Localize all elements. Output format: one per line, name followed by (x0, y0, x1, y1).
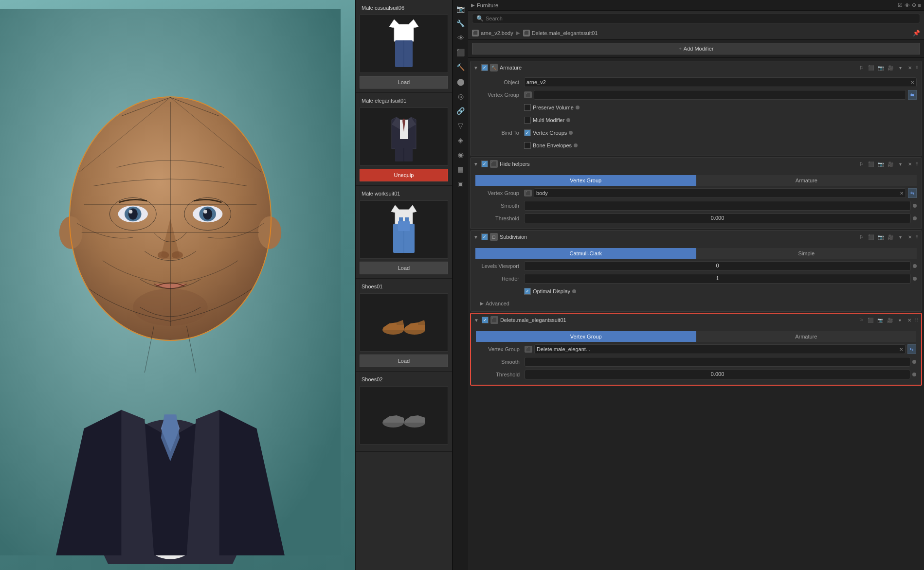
subdivision-realtime-btn[interactable]: ⬛ (867, 232, 875, 241)
hide-helpers-camera-btn[interactable]: 🎥 (886, 160, 895, 168)
armature-vgroup-row: Vertex Group ⬛ ⇆ (475, 89, 917, 100)
tool-icon[interactable]: 🔧 (454, 17, 468, 30)
scene-icon[interactable]: 📷 (454, 2, 468, 16)
armature-filter-btn[interactable]: ⚐ (857, 63, 866, 72)
pin-icon[interactable]: 📌 (913, 30, 920, 36)
armature-drag-handle[interactable]: ⠿ (915, 65, 919, 71)
subdivision-filter-btn[interactable]: ⚐ (857, 232, 866, 241)
armature-bone-env-checkbox[interactable] (524, 142, 531, 149)
delete-elegantsuit-dropdown-btn[interactable]: ▾ (895, 316, 904, 324)
breadcrumb-area: ▶ Furniture ☑ 👁 ⊕ ≡ (468, 0, 924, 11)
material-icon[interactable]: ◈ (454, 133, 468, 147)
hide-helpers-vgroup-input-wrap[interactable]: ✕ (534, 188, 906, 198)
hide-helpers-checkbox[interactable] (481, 160, 488, 167)
object-icon[interactable]: ⬛ (454, 46, 468, 59)
delete-elegantsuit-checkbox[interactable] (482, 317, 489, 323)
delete-elegantsuit-filter-btn[interactable]: ⚐ (856, 316, 865, 324)
clothing-item-shoes02: Shoes02 (356, 372, 452, 452)
hide-helpers-render-btn[interactable]: 📷 (876, 160, 885, 168)
hide-helpers-check[interactable] (481, 160, 488, 167)
subdivision-check[interactable] (481, 233, 488, 240)
armature-bindto-vgroups-checkbox[interactable] (524, 129, 531, 136)
subdivision-camera-btn[interactable]: 🎥 (886, 232, 895, 241)
delete-elegantsuit-threshold-input[interactable]: 0.000 (525, 370, 910, 379)
armature-chevron[interactable]: ▼ (473, 65, 478, 71)
armature-object-clear-btn[interactable]: ✕ (908, 80, 916, 85)
armature-check[interactable] (481, 64, 488, 71)
particles-icon[interactable]: ⬤ (454, 75, 468, 89)
hide-helpers-tab-armature[interactable]: Armature (696, 175, 917, 186)
armature-close-btn[interactable]: ✕ (906, 63, 914, 72)
delete-elegantsuit-vgroup-clear-btn[interactable]: ✕ (897, 347, 905, 352)
render-icon[interactable]: ▣ (454, 177, 468, 191)
bc-render-icon[interactable]: ⊕ (912, 2, 916, 8)
hide-helpers-chevron[interactable]: ▼ (473, 161, 478, 167)
armature-camera-btn[interactable]: 🎥 (886, 63, 895, 72)
shader-icon[interactable]: ◉ (454, 148, 468, 161)
view-icon[interactable]: 👁 (454, 31, 468, 45)
armature-realtime-btn[interactable]: ⬛ (867, 63, 875, 72)
add-modifier-button[interactable]: + Add Modifier (472, 43, 920, 54)
search-input-wrap[interactable]: 🔍 (472, 14, 920, 23)
armature-checkbox[interactable] (481, 64, 488, 71)
hide-helpers-dropdown-btn[interactable]: ▾ (896, 160, 905, 168)
hide-helpers-vgroup-arrow[interactable]: ⇆ (908, 188, 917, 198)
bc-eye-icon[interactable]: 👁 (905, 2, 910, 8)
delete-elegantsuit-vgroup-arrow[interactable]: ⇆ (907, 344, 916, 354)
delete-elegantsuit-vgroup-input[interactable] (535, 346, 897, 352)
world-icon[interactable]: ▦ (454, 162, 468, 176)
subdivision-optimal-checkbox[interactable] (524, 288, 531, 295)
hide-helpers-threshold-input[interactable]: 0.000 (524, 214, 911, 223)
subdivision-tab-simple[interactable]: Simple (696, 248, 917, 259)
armature-dropdown-btn[interactable]: ▾ (896, 63, 905, 72)
delete-elegantsuit-tab-armature[interactable]: Armature (696, 331, 917, 342)
armature-multi-mod-checkbox[interactable] (524, 117, 531, 124)
btn-load-worksuit01[interactable]: Load (360, 262, 448, 274)
hide-helpers-realtime-btn[interactable]: ⬛ (867, 160, 875, 168)
btn-load-casualsuit06[interactable]: Load (360, 76, 448, 89)
delete-elegantsuit-render-btn[interactable]: 📷 (876, 316, 885, 324)
hide-helpers-filter-btn[interactable]: ⚐ (857, 160, 866, 168)
subdivision-tab-catmull[interactable]: Catmull-Clark (475, 248, 696, 259)
delete-elegantsuit-camera-btn[interactable]: 🎥 (886, 316, 894, 324)
delete-elegantsuit-tab-vertex[interactable]: Vertex Group (476, 331, 696, 342)
constraints-icon[interactable]: 🔗 (454, 104, 468, 118)
hide-helpers-smooth-input[interactable] (524, 201, 911, 211)
subdivision-close-btn[interactable]: ✕ (906, 232, 914, 241)
armature-preserve-vol-checkbox[interactable] (524, 104, 531, 111)
subdivision-render-btn[interactable]: 📷 (876, 232, 885, 241)
subdivision-chevron[interactable]: ▼ (473, 234, 478, 240)
delete-elegantsuit-vgroup-input-wrap[interactable]: ✕ (534, 344, 906, 354)
btn-unequip-elegantsuit01[interactable]: Unequip (360, 169, 448, 181)
armature-object-input-wrap[interactable]: ✕ (524, 77, 917, 87)
hide-helpers-vgroup-input[interactable] (534, 190, 898, 196)
subdivision-dropdown-btn[interactable]: ▾ (896, 232, 905, 241)
armature-object-input[interactable] (525, 79, 908, 85)
data-icon[interactable]: ▽ (454, 119, 468, 132)
armature-vgroup-arrow[interactable]: ⇆ (908, 90, 917, 100)
delete-elegantsuit-realtime-btn[interactable]: ⬛ (866, 316, 875, 324)
bc-menu-icon[interactable]: ≡ (918, 2, 921, 8)
delete-elegantsuit-drag-handle[interactable]: ⠿ (915, 318, 918, 323)
subdivision-advanced-row[interactable]: ▶ Advanced (475, 299, 917, 308)
subdivision-render-input[interactable]: 1 (524, 274, 911, 284)
armature-vgroup-input[interactable] (534, 90, 906, 100)
subdivision-checkbox[interactable] (481, 233, 488, 240)
bc-checkbox-icon[interactable]: ☑ (898, 2, 903, 8)
subdivision-levels-input[interactable]: 0 (524, 261, 911, 271)
hide-helpers-drag-handle[interactable]: ⠿ (915, 161, 919, 167)
hide-helpers-close-btn[interactable]: ✕ (906, 160, 914, 168)
hide-helpers-tab-vertex[interactable]: Vertex Group (475, 175, 696, 186)
delete-elegantsuit-smooth-input[interactable] (525, 357, 910, 367)
subdivision-drag-handle[interactable]: ⠿ (915, 234, 919, 240)
btn-load-shoes01[interactable]: Load (360, 355, 448, 367)
armature-render-btn[interactable]: 📷 (876, 63, 885, 72)
physics-icon[interactable]: ◎ (454, 89, 468, 103)
delete-elegantsuit-chevron[interactable]: ▼ (474, 318, 479, 323)
search-input[interactable] (486, 16, 916, 21)
armature-preserve-vol-row: Preserve Volume (475, 102, 917, 113)
hide-helpers-vgroup-clear-btn[interactable]: ✕ (898, 191, 906, 196)
delete-elegantsuit-check[interactable] (482, 317, 489, 323)
delete-elegantsuit-close-btn[interactable]: ✕ (905, 316, 914, 324)
modifier-icon[interactable]: 🔨 (454, 60, 468, 74)
